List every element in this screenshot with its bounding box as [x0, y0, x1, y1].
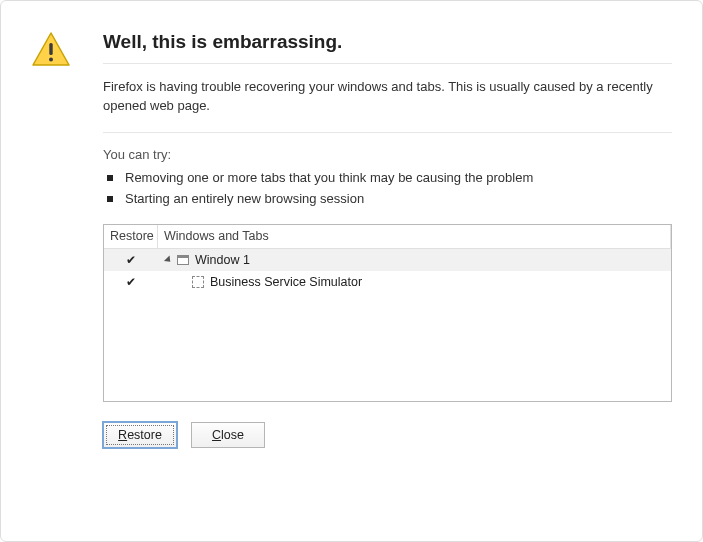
- try-item: Removing one or more tabs that you think…: [121, 170, 672, 185]
- dialog-title: Well, this is embarrassing.: [103, 31, 672, 53]
- divider: [103, 63, 672, 64]
- try-list: Removing one or more tabs that you think…: [103, 170, 672, 206]
- col-restore[interactable]: Restore: [104, 225, 158, 248]
- session-tree[interactable]: Restore Windows and Tabs ✔ Window 1: [103, 224, 672, 402]
- restore-button[interactable]: Restore: [103, 422, 177, 448]
- dialog-buttons: Restore Close: [103, 422, 672, 448]
- page-icon: [192, 276, 204, 288]
- restore-checkbox[interactable]: ✔: [126, 253, 136, 267]
- session-restore-dialog: Well, this is embarrassing. Firefox is h…: [0, 0, 703, 542]
- dialog-description: Firefox is having trouble recovering you…: [103, 78, 672, 116]
- tree-row-window[interactable]: ✔ Window 1: [104, 249, 671, 271]
- window-icon: [177, 255, 189, 265]
- row-label: Business Service Simulator: [210, 275, 362, 289]
- close-button[interactable]: Close: [191, 422, 265, 448]
- expand-icon[interactable]: [164, 255, 173, 264]
- svg-point-2: [49, 58, 53, 62]
- col-windows-tabs[interactable]: Windows and Tabs: [158, 225, 671, 248]
- divider: [103, 132, 672, 133]
- warning-icon: [31, 31, 71, 70]
- tree-row-tab[interactable]: ✔ Business Service Simulator: [104, 271, 671, 293]
- tree-header: Restore Windows and Tabs: [104, 225, 671, 249]
- try-label: You can try:: [103, 147, 672, 162]
- row-label: Window 1: [195, 253, 250, 267]
- svg-rect-1: [49, 43, 52, 55]
- try-item: Starting an entirely new browsing sessio…: [121, 191, 672, 206]
- restore-checkbox[interactable]: ✔: [126, 275, 136, 289]
